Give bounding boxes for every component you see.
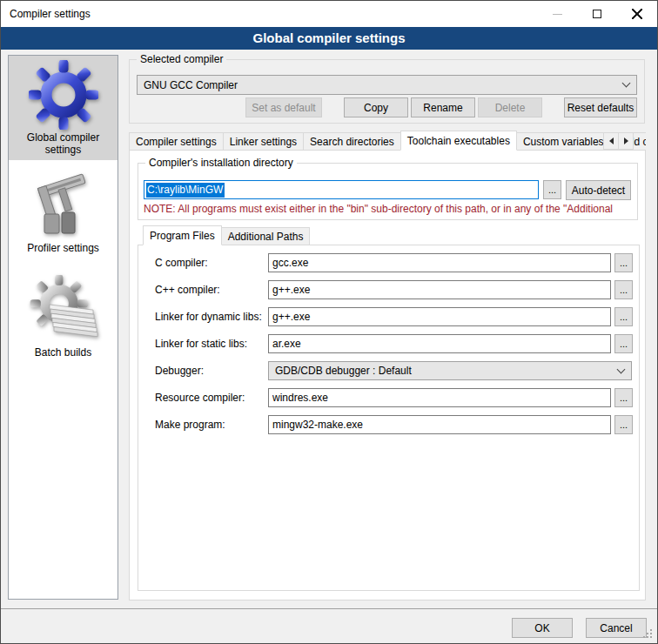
chevron-down-icon <box>617 365 626 373</box>
compiler-select-value: GNU GCC Compiler <box>144 79 238 91</box>
sidebar-item-profiler-settings[interactable]: Profiler settings <box>9 160 118 265</box>
settings-tabs: Compiler settings Linker settings Search… <box>129 131 646 151</box>
dynamic-linker-input[interactable] <box>268 307 611 326</box>
tab-custom-variables[interactable]: Custom variables <box>516 132 611 151</box>
installation-directory-legend: Compiler's installation directory <box>145 157 297 169</box>
sidebar-item-label: Global compiler settings <box>14 131 112 156</box>
scroll-right-icon <box>624 138 628 144</box>
auto-detect-button[interactable]: Auto-detect <box>566 180 631 200</box>
scroll-left-icon <box>609 138 614 144</box>
tab-scroll-right-button[interactable] <box>618 132 634 150</box>
compiler-select[interactable]: GNU GCC Compiler <box>137 75 637 95</box>
close-button[interactable] <box>617 1 657 27</box>
cpp-compiler-input[interactable] <box>268 280 611 299</box>
footer-separator <box>1 608 657 609</box>
resource-compiler-input[interactable] <box>268 388 611 407</box>
ok-button[interactable]: OK <box>512 618 573 638</box>
gear-stack-icon <box>29 275 98 345</box>
toolchain-executables-page: Compiler's installation directory C:\ray… <box>129 150 646 600</box>
debugger-label: Debugger: <box>155 365 204 377</box>
tab-linker-settings[interactable]: Linker settings <box>223 132 304 151</box>
static-linker-input[interactable] <box>268 334 611 353</box>
maximize-icon <box>593 10 601 18</box>
resize-grip[interactable] <box>650 629 652 631</box>
program-subtabs: Program Files Additional Paths <box>143 226 309 245</box>
resource-compiler-label: Resource compiler: <box>155 392 245 404</box>
compiler-buttons-row: Set as default Copy Rename Delete Reset … <box>137 97 637 117</box>
c-compiler-input[interactable] <box>268 253 611 272</box>
set-as-default-button: Set as default <box>245 97 322 117</box>
resource-compiler-browse-button[interactable]: ... <box>614 388 633 407</box>
delete-button: Delete <box>478 97 542 117</box>
minimize-button <box>537 1 577 27</box>
tab-scroll-buttons <box>604 132 634 150</box>
maximize-button[interactable] <box>577 1 617 27</box>
cpp-compiler-browse-button[interactable]: ... <box>614 280 633 299</box>
rename-button[interactable]: Rename <box>411 97 475 117</box>
caliper-icon <box>29 171 98 240</box>
selected-compiler-group: Selected compiler GNU GCC Compiler Set a… <box>129 59 645 124</box>
gear-blue-icon <box>29 60 98 130</box>
installation-directory-browse-button[interactable]: ... <box>543 180 561 199</box>
cpp-compiler-label: C++ compiler: <box>155 284 220 296</box>
sidebar-item-label: Batch builds <box>35 346 91 359</box>
subtab-additional-paths[interactable]: Additional Paths <box>221 227 311 245</box>
dynamic-linker-label: Linker for dynamic libs: <box>155 311 262 323</box>
bin-subdirectory-note: NOTE: All programs must exist either in … <box>144 203 633 215</box>
dynamic-linker-browse-button[interactable]: ... <box>614 307 633 326</box>
tab-toolchain-executables[interactable]: Toolchain executables <box>400 131 517 151</box>
tab-search-directories[interactable]: Search directories <box>303 132 401 151</box>
debugger-select[interactable]: GDB/CDB debugger : Default <box>268 361 632 380</box>
installation-directory-input[interactable]: C:\raylib\MinGW <box>144 180 539 199</box>
sidebar-item-label: Profiler settings <box>27 242 99 254</box>
static-linker-browse-button[interactable]: ... <box>614 334 633 353</box>
reset-defaults-button[interactable]: Reset defaults <box>564 97 637 117</box>
debugger-select-value: GDB/CDB debugger : Default <box>275 365 412 377</box>
copy-button[interactable]: Copy <box>344 97 408 117</box>
close-icon <box>632 9 642 19</box>
minimize-icon <box>553 14 562 15</box>
sidebar-item-global-compiler-settings[interactable]: Global compiler settings <box>9 56 118 160</box>
sidebar-item-batch-builds[interactable]: Batch builds <box>9 265 118 369</box>
selected-compiler-legend: Selected compiler <box>137 53 226 65</box>
chevron-down-icon <box>622 79 631 88</box>
compiler-settings-dialog: Compiler settings Global compiler settin… <box>0 0 658 644</box>
cancel-button[interactable]: Cancel <box>586 618 647 638</box>
page-title: Global compiler settings <box>1 27 657 50</box>
settings-category-list: Global compiler settings Profiler settin… <box>8 55 118 600</box>
make-program-label: Make program: <box>155 419 225 431</box>
caption-buttons <box>537 1 657 27</box>
c-compiler-browse-button[interactable]: ... <box>614 253 633 272</box>
program-files-panel: C compiler: ... C++ compiler: ... Linker… <box>138 245 640 591</box>
tab-scroll-left-button[interactable] <box>603 132 619 150</box>
subtab-program-files[interactable]: Program Files <box>143 225 222 245</box>
window-title: Compiler settings <box>1 8 91 20</box>
tab-compiler-settings[interactable]: Compiler settings <box>129 132 224 151</box>
titlebar: Compiler settings <box>1 1 657 27</box>
c-compiler-label: C compiler: <box>155 257 208 269</box>
make-program-browse-button[interactable]: ... <box>614 415 633 434</box>
static-linker-label: Linker for static libs: <box>155 338 247 350</box>
installation-directory-value: C:\raylib\MinGW <box>146 183 225 198</box>
make-program-input[interactable] <box>268 415 611 434</box>
